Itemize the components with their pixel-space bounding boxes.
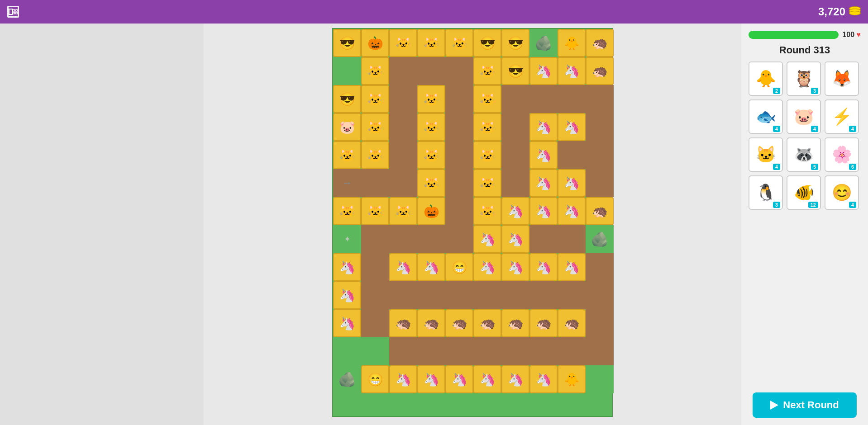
path-cell (558, 85, 586, 113)
tower-card-8[interactable]: 🦝5 (787, 137, 821, 172)
tower-cell[interactable]: 🐱 (361, 113, 389, 141)
tower-cell[interactable]: 😎 (501, 57, 529, 85)
tower-cell[interactable]: 🦄 (529, 169, 558, 197)
tower-cell[interactable]: 🐱 (417, 141, 445, 169)
tower-cell[interactable]: 🐱 (417, 113, 445, 141)
path-cell (417, 225, 445, 253)
tower-cell[interactable]: 🐱 (417, 29, 445, 57)
tower-cell[interactable]: 🐱 (473, 141, 501, 169)
path-cell (445, 169, 473, 197)
tower-cell[interactable]: 🐱 (473, 57, 501, 85)
tower-cell[interactable]: 🦄 (501, 225, 529, 253)
tower-cell[interactable]: 🦄 (501, 197, 529, 225)
tower-card-6[interactable]: ⚡4 (825, 99, 859, 134)
expand-button[interactable] (7, 6, 19, 18)
tower-cell[interactable]: 🐱 (361, 57, 389, 85)
tower-cell[interactable]: 🐱 (333, 197, 361, 225)
tower-count-badge: 4 (849, 202, 856, 208)
next-round-button[interactable]: Next Round (753, 392, 857, 418)
tower-cell[interactable]: 😎 (333, 29, 361, 57)
path-cell (389, 281, 417, 309)
tower-cell[interactable]: 😁 (361, 365, 389, 393)
path-cell (529, 281, 558, 309)
tower-cell[interactable]: 🐥 (558, 29, 586, 57)
tower-cell[interactable]: 🐱 (361, 141, 389, 169)
tower-card-11[interactable]: 🐠12 (787, 175, 821, 210)
tower-cell[interactable]: 🦔 (586, 29, 614, 57)
tower-cell[interactable]: 🐱 (361, 85, 389, 113)
tower-cell[interactable]: 🐱 (473, 169, 501, 197)
tower-cell[interactable]: 🦄 (529, 197, 558, 225)
tower-cell[interactable]: 🦄 (501, 253, 529, 281)
green-cell (333, 57, 361, 85)
tower-card-7[interactable]: 🐱4 (749, 137, 783, 172)
tower-cell[interactable]: 😎 (473, 29, 501, 57)
tower-card-9[interactable]: 🌸6 (825, 137, 859, 172)
tower-cell[interactable]: 🦄 (529, 57, 558, 85)
tower-cell[interactable]: 🦄 (558, 169, 586, 197)
tower-cell[interactable]: 🦄 (501, 365, 529, 393)
path-cell (529, 85, 558, 113)
tower-cell[interactable]: 🐱 (389, 29, 417, 57)
tower-cell[interactable]: 🦄 (389, 253, 417, 281)
tower-cell[interactable]: 🦄 (417, 253, 445, 281)
tower-cell[interactable]: 🦄 (389, 365, 417, 393)
tower-cell[interactable]: 🦔 (586, 197, 614, 225)
tower-cell[interactable]: 🐱 (417, 85, 445, 113)
tower-cell[interactable]: 🦔 (558, 309, 586, 337)
tower-cell[interactable]: 🦄 (333, 281, 361, 309)
tower-cell[interactable]: 🐱 (473, 113, 501, 141)
tower-cell[interactable]: 🐱 (361, 197, 389, 225)
path-cell (361, 253, 389, 281)
tower-cell[interactable]: 🐷 (333, 113, 361, 141)
tower-card-3[interactable]: 🦊 (825, 61, 859, 96)
tower-cell[interactable]: 🦄 (473, 365, 501, 393)
path-cell (501, 85, 529, 113)
path-cell (558, 281, 586, 309)
tower-cell[interactable]: 🦄 (558, 57, 586, 85)
tower-cell[interactable]: 🦄 (417, 365, 445, 393)
tower-cell[interactable]: 🦔 (586, 57, 614, 85)
tower-cell[interactable]: 🐱 (473, 197, 501, 225)
tower-cell[interactable]: 🦄 (529, 253, 558, 281)
tower-cell[interactable]: 🐱 (333, 141, 361, 169)
tower-card-5[interactable]: 🐷4 (787, 99, 821, 134)
tower-selection-grid: 🐥2🦉3🦊🐟4🐷4⚡4🐱4🦝5🌸6🐧3🐠12😊4 (749, 61, 861, 210)
tower-cell[interactable]: 🦄 (529, 113, 558, 141)
tower-cell[interactable]: 🎃 (417, 197, 445, 225)
tower-cell[interactable]: 🐥 (558, 365, 586, 393)
tower-cell[interactable]: 🦄 (333, 309, 361, 337)
tower-cell[interactable]: 🦄 (473, 225, 501, 253)
tower-cell[interactable]: 🦔 (389, 309, 417, 337)
tower-card-10[interactable]: 🐧3 (749, 175, 783, 210)
tower-cell[interactable]: 😎 (501, 29, 529, 57)
tower-cell[interactable]: 🦄 (445, 365, 473, 393)
tower-card-1[interactable]: 🐥2 (749, 61, 783, 96)
tower-cell[interactable]: 🦄 (558, 113, 586, 141)
tower-cell[interactable]: 🦄 (333, 253, 361, 281)
tower-cell[interactable]: 🦔 (445, 309, 473, 337)
path-cell (361, 309, 389, 337)
tower-cell[interactable]: 🦄 (529, 365, 558, 393)
tower-cell[interactable]: 🦄 (473, 253, 501, 281)
tower-cell[interactable]: 😁 (445, 253, 473, 281)
tower-cell[interactable]: 🦔 (417, 309, 445, 337)
tower-cell[interactable]: 🎃 (361, 29, 389, 57)
tower-card-12[interactable]: 😊4 (825, 175, 859, 210)
tower-cell[interactable]: 🦄 (558, 253, 586, 281)
tower-cell[interactable]: 😎 (333, 85, 361, 113)
tower-cell[interactable]: 🦔 (473, 309, 501, 337)
tower-cell[interactable]: 🐱 (473, 85, 501, 113)
tower-cell[interactable]: 🦄 (558, 197, 586, 225)
tower-cell[interactable]: 🐱 (389, 197, 417, 225)
tower-card-2[interactable]: 🦉3 (787, 61, 821, 96)
tower-cell[interactable]: 🦔 (501, 309, 529, 337)
svg-rect-0 (13, 9, 15, 11)
health-bar (749, 31, 839, 39)
tower-cell[interactable]: 🦄 (529, 141, 558, 169)
tower-cell[interactable]: 🐱 (417, 169, 445, 197)
path-cell (586, 113, 614, 141)
tower-card-4[interactable]: 🐟4 (749, 99, 783, 134)
tower-cell[interactable]: 🦔 (529, 309, 558, 337)
tower-cell[interactable]: 🐱 (445, 29, 473, 57)
